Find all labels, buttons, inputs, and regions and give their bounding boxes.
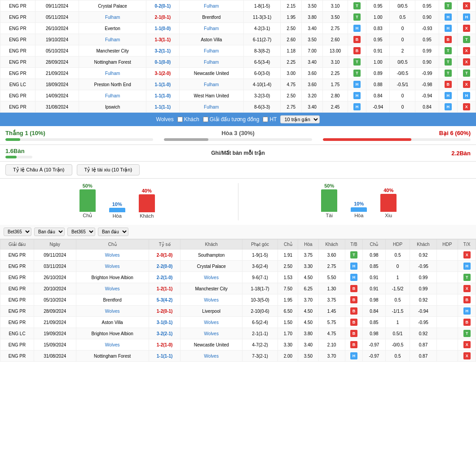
cell-home: Crystal Palace: [79, 0, 146, 12]
badge-x: X: [463, 58, 470, 66]
badge-h: H: [353, 81, 361, 88]
ht-checkbox-label[interactable]: HT: [263, 116, 277, 123]
score: 3-2(2-1): [157, 331, 173, 336]
goals-left: 1.6Bàn: [5, 148, 32, 154]
home-name: Preston North End: [94, 82, 131, 87]
cell-o2: 3.70: [318, 350, 345, 362]
cell-score: 1-2(0-1): [149, 306, 181, 317]
badge-x: X: [463, 341, 471, 348]
win-stat: Thắng 1 (10%): [0, 126, 159, 145]
khach-checkbox-label[interactable]: Khách: [177, 116, 199, 123]
draw-bar: [164, 138, 208, 141]
badge-h: H: [445, 103, 452, 110]
cell-away: Fulham: [179, 45, 243, 57]
home-link[interactable]: Wolves: [105, 286, 120, 291]
khach-checkbox[interactable]: [177, 117, 183, 122]
cell-hdp: 2: [390, 45, 415, 57]
bet365-select-1[interactable]: Bet365: [4, 228, 31, 236]
away-link[interactable]: Wolves: [204, 320, 219, 325]
away-link[interactable]: Wolves: [204, 298, 219, 302]
away-link[interactable]: Fulham: [204, 26, 219, 31]
away-link[interactable]: Fulham: [204, 105, 219, 109]
cell-league: ENG PR: [0, 250, 34, 261]
cell-ox: 3.40: [302, 57, 323, 68]
tab-chau-a[interactable]: Tỷ lệ Châu Á (10 Trận): [5, 164, 72, 175]
badge-h: H: [350, 263, 357, 270]
cell-o1: 2.50: [281, 90, 302, 101]
table-row: ENG LC 18/09/2024 Preston North End 1-1(…: [0, 79, 476, 90]
cell-pg: 4-10(1-4): [243, 79, 280, 90]
cell-league: ENG PR: [0, 306, 34, 317]
cell-league: ENG PR: [0, 261, 34, 272]
table-row: ENG PR 19/10/2024 Fulham 1-3(1-1) Aston …: [0, 34, 476, 45]
cell-league: ENG PR: [0, 57, 35, 68]
cell-hdp: 0: [390, 101, 415, 113]
cell-date: 15/09/2024: [34, 339, 76, 350]
cell-score: 2-0(1-0): [149, 250, 181, 261]
giai-dau-checkbox[interactable]: [203, 117, 208, 122]
away-link[interactable]: Wolves: [204, 331, 219, 336]
away-link[interactable]: Wolves: [204, 275, 219, 280]
home-link[interactable]: Fulham: [105, 15, 120, 20]
away-link[interactable]: Fulham: [204, 60, 219, 65]
badge-t: T: [353, 2, 361, 9]
col-ox: Hòa: [298, 240, 318, 250]
home-link[interactable]: Fulham: [105, 37, 120, 42]
goals-right: 2.2Bàn: [444, 150, 471, 157]
cell-hdpv: 0.84: [415, 101, 439, 113]
cell-away: Southampton: [181, 250, 242, 261]
home-link[interactable]: Fulham: [105, 71, 120, 76]
cell-o2: 5.75: [318, 317, 345, 328]
home-link[interactable]: Wolves: [105, 309, 120, 314]
away-link[interactable]: Fulham: [204, 82, 219, 87]
home-name: Everton: [105, 26, 120, 31]
cell-date: 28/09/2024: [34, 306, 76, 317]
cell-score: 0-1(0-0): [146, 57, 179, 68]
badge-t: T: [463, 330, 471, 337]
away-link[interactable]: Fulham: [204, 48, 219, 53]
cell-res: B: [439, 34, 457, 45]
cell-date: 05/10/2024: [34, 294, 76, 306]
away-link[interactable]: Fulham: [204, 4, 219, 9]
cell-score: 3-2(1-1): [146, 45, 179, 57]
odds-lbl: Tài: [326, 213, 333, 218]
cell-hdp: -0/0.5: [390, 68, 415, 79]
badge-h: H: [445, 13, 452, 21]
col-pg: Phạt góc: [242, 240, 278, 250]
badge-x: X: [463, 285, 471, 292]
tab-tai-xiu[interactable]: Tỷ lệ tài xiu (10 Trận): [77, 164, 140, 175]
away-name: Newcastle United: [194, 71, 229, 76]
ban-dau-select-1[interactable]: Ban đầu: [34, 228, 65, 236]
cell-hdpv: -0.93: [415, 23, 439, 34]
cell-o1: 6.50: [278, 306, 298, 317]
col-score: Tỷ số: [149, 240, 181, 250]
cell-hdpv: 0.95: [415, 0, 439, 12]
win-label: Thắng 1 (10%): [5, 130, 153, 136]
ban-dau-select-2[interactable]: Ban đầu: [98, 228, 128, 236]
cell-o2: 1.30: [318, 283, 345, 294]
cell-tb: B: [345, 294, 363, 306]
cell-home: Preston North End: [79, 79, 146, 90]
col-tb: T/B: [345, 240, 363, 250]
cell-tx: H: [457, 12, 476, 23]
bet365-select-2[interactable]: Bet365: [67, 228, 95, 236]
home-link[interactable]: Wolves: [105, 342, 120, 347]
badge-b: B: [350, 296, 357, 303]
ht-checkbox[interactable]: [263, 117, 268, 122]
odds-lbl: Xiu: [385, 213, 392, 218]
cell-hcp: 0.91: [366, 45, 390, 57]
cell-khach: 0.92: [410, 294, 436, 306]
home-link[interactable]: Wolves: [105, 253, 120, 258]
wolves-section-header: Wolves Khách Giải đấu tương đồng HT 10 t…: [0, 113, 476, 126]
cell-date: 28/09/2024: [35, 57, 79, 68]
cell-o2: 13.00: [323, 45, 348, 57]
recent-matches-select[interactable]: 10 trận gần: [280, 115, 320, 123]
cell-hdp: 0: [390, 34, 415, 45]
cell-o2: 3.50: [323, 12, 348, 23]
cell-home: Everton: [79, 23, 146, 34]
away-link[interactable]: Wolves: [204, 354, 219, 359]
home-link[interactable]: Wolves: [105, 264, 120, 269]
home-link[interactable]: Fulham: [105, 93, 120, 98]
table-row: ENG LC 19/09/2024 Brighton Hove Albion 3…: [0, 328, 476, 339]
giai-dau-checkbox-label[interactable]: Giải đấu tương đồng: [203, 116, 260, 123]
